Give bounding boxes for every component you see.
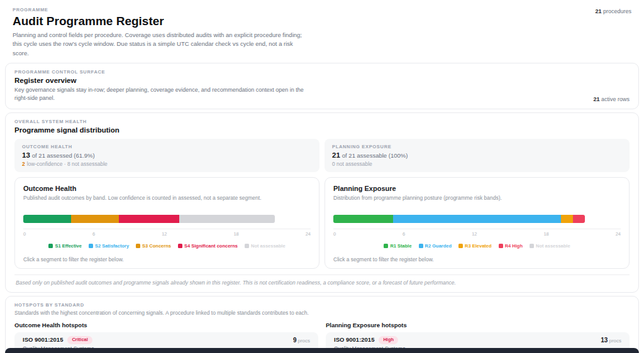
axis-tick: 12: [472, 231, 477, 237]
planning-stat-label: PLANNING EXPOSURE: [332, 144, 622, 149]
legend-item-r3-elevated: R3 Elevated: [458, 243, 492, 249]
planning-exposure-stacked-bar[interactable]: [333, 215, 621, 223]
register-overview-description: Key governance signals stay in-row; deep…: [14, 86, 316, 103]
severity-badge: Critical: [67, 336, 92, 344]
register-overview-heading: Register overview: [14, 77, 630, 84]
planning-stat-value: 21of 21 assessable (100%): [332, 151, 622, 159]
bar-segment-r2-guarded[interactable]: [393, 215, 561, 223]
page-eyebrow: PROGRAMME: [13, 7, 631, 13]
outcome-health-chart-card: Outcome Health Published audit outcomes …: [14, 177, 319, 269]
legend-swatch: [178, 244, 182, 248]
planning-chart-note: Click a segment to filter the register b…: [333, 256, 621, 263]
legend-item-s3-concerns: S3 Concerns: [136, 243, 171, 249]
standard-name: ISO 9001:2015: [334, 336, 374, 344]
bar-segment-not-assessable[interactable]: [179, 215, 275, 223]
register-overview-eyebrow: PROGRAMME CONTROL SURFACE: [14, 69, 630, 75]
axis-tick: 0: [333, 231, 336, 237]
procedure-count: 9procs: [293, 337, 310, 344]
planning-exposure-chart-card: Planning Exposure Distribution from prog…: [325, 177, 630, 269]
axis-tick: 6: [92, 231, 95, 237]
hotspots-eyebrow: HOTSPOTS BY STANDARD: [14, 302, 630, 308]
legend-swatch: [530, 244, 534, 248]
legend-item-not-assessable: Not assessable: [245, 243, 286, 249]
bar-segment-s3-concerns[interactable]: [71, 215, 119, 223]
active-rows-count: 21 active rows: [593, 96, 630, 102]
legend-item-r1-stable: R1 Stable: [384, 243, 411, 249]
outcome-chart-subtitle: Published audit outcomes by band. Low co…: [23, 195, 311, 201]
legend-swatch: [384, 244, 388, 248]
axis-tick: 0: [23, 231, 26, 237]
outcome-hotspots-heading: Outcome Health hotspots: [14, 322, 318, 329]
legend-swatch: [245, 244, 249, 248]
legend-item-r2-guarded: R2 Guarded: [419, 243, 452, 249]
content-stack: PROGRAMME CONTROL SURFACE Register overv…: [0, 63, 644, 353]
axis-tick: 12: [162, 231, 167, 237]
planning-chart-title: Planning Exposure: [333, 185, 621, 192]
legend-swatch: [458, 244, 463, 248]
legend-swatch: [136, 244, 140, 248]
legend-item-r4-high: R4 High: [499, 243, 523, 249]
legend-item-s1-effective: S1 Effective: [48, 243, 82, 249]
axis-tick: 18: [233, 231, 238, 237]
axis-tick: 24: [306, 231, 311, 237]
outcome-health-stacked-bar[interactable]: [23, 215, 311, 223]
bar-segment-s4-significant-concerns[interactable]: [119, 215, 179, 223]
standard-name: ISO 9001:2015: [23, 336, 63, 344]
severity-badge: High: [379, 336, 398, 344]
system-health-eyebrow: OVERALL SYSTEM HEALTH: [14, 119, 630, 124]
bar-segment-r3-elevated[interactable]: [561, 215, 573, 223]
procedures-count: 21 procedures: [595, 8, 631, 14]
bar-segment-r1-stable[interactable]: [333, 215, 393, 223]
bar-segment-r4-high[interactable]: [573, 215, 585, 223]
legend-swatch: [48, 244, 53, 248]
axis-tick: 24: [616, 231, 621, 237]
outcome-stat-label: OUTCOME HEALTH: [22, 144, 312, 149]
outcome-chart-title: Outcome Health: [23, 185, 311, 192]
outcome-stat-sub: 2low-confidence · 8 not assessable: [22, 161, 312, 167]
hotspots-description: Standards with the highest concentration…: [14, 310, 630, 316]
register-overview-card: PROGRAMME CONTROL SURFACE Register overv…: [5, 63, 639, 109]
legend-swatch: [499, 244, 503, 248]
hotspots-card: HOTSPOTS BY STANDARD Standards with the …: [5, 296, 639, 353]
page-title: Audit Programme Register: [13, 14, 631, 28]
legend-item-not-assessable: Not assessable: [530, 243, 570, 249]
legend-item-s4-significant-concerns: S4 Significant concerns: [178, 243, 238, 249]
planning-stat-sub: 0 not assessable: [332, 161, 622, 167]
scope-disclaimer: Based only on published audit outcomes a…: [14, 274, 630, 286]
outcome-stat-value: 13of 21 assessed (61.9%): [22, 151, 312, 159]
legend-swatch: [89, 244, 93, 248]
page-description: Planning and control fields per procedur…: [13, 31, 308, 58]
planning-chart-legend: R1 Stable R2 Guarded R3 Elevated R4 High…: [333, 243, 621, 249]
legend-swatch: [419, 244, 423, 248]
outcome-health-stat-card: OUTCOME HEALTH 13of 21 assessed (61.9%) …: [14, 139, 319, 172]
stats-row: OUTCOME HEALTH 13of 21 assessed (61.9%) …: [14, 139, 630, 172]
planning-chart-subtitle: Distribution from programme planning pos…: [333, 195, 621, 201]
page-header: PROGRAMME Audit Programme Register Plann…: [0, 0, 644, 63]
planning-exposure-stat-card: PLANNING EXPOSURE 21of 21 assessable (10…: [325, 139, 630, 172]
outcome-chart-axis: 0 6 12 18 24: [23, 229, 311, 237]
legend-item-s2-satisfactory: S2 Satisfactory: [89, 243, 129, 249]
planning-chart-axis: 0 6 12 18 24: [333, 229, 621, 237]
procedure-count: 13procs: [601, 337, 621, 344]
charts-row: Outcome Health Published audit outcomes …: [14, 177, 630, 269]
system-health-heading: Programme signal distribution: [14, 126, 630, 134]
planning-hotspots-heading: Planning Exposure hotspots: [326, 322, 630, 329]
outcome-chart-note: Click a segment to filter the register b…: [23, 256, 311, 263]
next-section-dark-bar: [5, 348, 639, 353]
axis-tick: 18: [543, 231, 548, 237]
outcome-chart-legend: S1 Effective S2 Satisfactory S3 Concerns…: [23, 243, 311, 249]
axis-tick: 6: [402, 231, 405, 237]
bar-segment-s1-effective[interactable]: [23, 215, 71, 223]
signal-distribution-card: OVERALL SYSTEM HEALTH Programme signal d…: [5, 112, 639, 293]
